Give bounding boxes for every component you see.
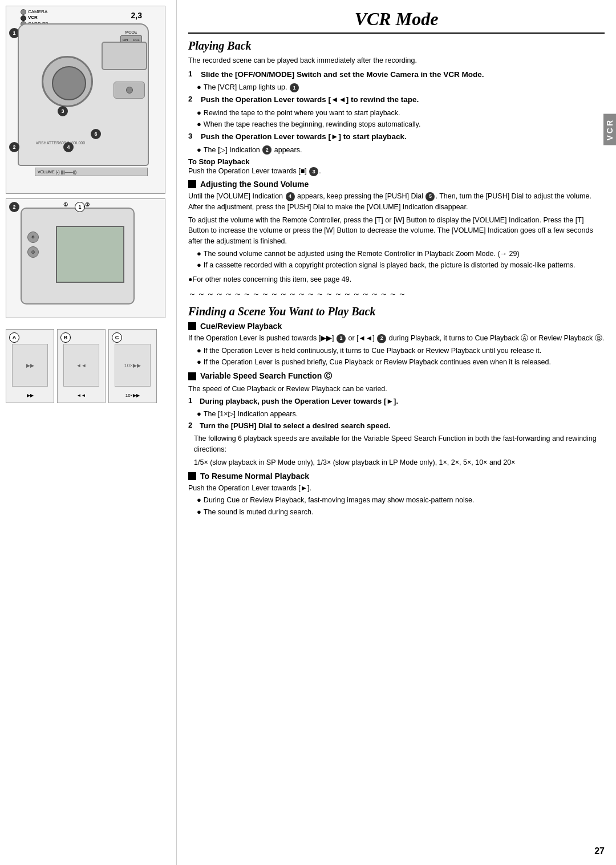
step-2-num: 2 [188,95,200,103]
step-2: 2 Push the Operation Lever towards [◄◄] … [188,95,605,105]
camera-diagram-top: CAMERA VCR CARD.PB 1 MODE ONOFF [6,6,165,194]
black-square-4 [188,472,196,480]
camera-body: MODE ONOFF #RSHATTER609.0 YOL000 [18,23,149,166]
adjusting-bullet-text-2: If a cassette recorded with a copyright … [204,261,576,271]
step-1-bullet-1: ● The [VCR] Lamp lights up. 1 [197,83,605,93]
adjusting-bullet-2: ● If a cassette recorded with a copyrigh… [197,261,605,271]
right-panel: VCR VCR Mode Playing Back The recorded s… [177,0,616,865]
camera-lens [42,56,93,107]
page-divider [188,33,605,34]
label-A: A [9,332,19,343]
label-C: C [112,332,122,343]
label-12: ,② [83,202,90,208]
camera-viewfinder [102,42,147,70]
left-panel: CAMERA VCR CARD.PB 1 MODE ONOFF [0,0,177,865]
variable-speed-intro: The speed of Cue Playback or Review Play… [188,384,605,395]
black-square-1 [188,180,196,188]
adjusting-bullet-text-1: The sound volume cannot be adjusted usin… [204,249,520,259]
cue-bullet-2: ● If the Operation Lever is pushed brief… [197,358,605,368]
cue-review-title: Cue/Review Playback [188,322,605,331]
label-23: 2,3 [131,11,142,20]
operation-lever [114,82,145,99]
vcr-tab: VCR [603,114,616,145]
step-2-bullet-text-2: When the tape reaches the beginning, rew… [204,120,421,130]
playing-back-intro: The recorded scene can be played back im… [188,56,605,66]
label-1b: ① [63,202,68,208]
adjusting-sound-title: Adjusting the Sound Volume [188,180,605,189]
step-1-content: Slide the [OFF/ON/MODE] Switch and set t… [201,70,484,80]
note-text: ●For other notes concerning this item, s… [188,275,605,283]
label-circle-6: 6 [91,129,101,139]
finding-title: Finding a Scene You Want to Play Back [188,305,605,318]
adjusting-text-2: To adjust the volume with the Remote Con… [188,215,605,247]
variable-step-1-bullet: ● The [1×▷] Indication appears. [197,409,605,420]
step-2-bullet-2: ● When the tape reaches the beginning, r… [197,120,605,130]
step-3-bullet-text: The [▷] Indication 2 appears. [204,145,302,156]
black-square-3 [188,372,196,380]
black-square-2 [188,322,196,330]
cue-bullet-text-2: If the Operation Lever is pushed briefly… [204,358,551,368]
step-1-bullet-text: The [VCR] Lamp lights up. 1 [204,83,299,93]
step-3-bullet-1: ● The [▷] Indication 2 appears. [197,145,605,156]
scene-a: A ▶▶ ▶▶ [6,329,54,403]
cue-bullet-1: ● If the Operation Lever is held continu… [197,346,605,356]
cue-review-text: If the Operation Lever is pushed towards… [188,333,605,344]
variable-speed-title: Variable Speed Search Function Ⓒ [188,371,605,381]
step-3: 3 Push the Operation Lever towards [►] t… [188,132,605,143]
step-2-bullet-text-1: Rewind the tape to the point where you w… [204,108,400,119]
cue-bullet-text-1: If the Operation Lever is held continuou… [204,346,541,356]
step-2-content: Push the Operation Lever towards [◄◄] to… [201,95,419,105]
variable-step-2: 2 Turn the [PUSH] Dial to select a desir… [188,421,605,431]
camera-lcd [56,226,124,283]
camera-front-body: ⊕ ◎ [21,208,135,304]
playing-back-title: Playing Back [188,39,605,52]
camera-serial: #RSHATTER609.0 YOL000 [36,141,85,145]
variable-step-1: 1 During playback, push the Operation Le… [188,396,605,407]
step-1: 1 Slide the [OFF/ON/MODE] Switch and set… [188,70,605,80]
label-B: B [60,332,71,343]
resume-title: To Resume Normal Playback [188,472,605,481]
camera-controls-left: ⊕ ◎ [27,232,39,258]
adjusting-bullet-1: ● The sound volume cannot be adjusted us… [197,249,605,259]
speed-values: 1/5× (slow playback in SP Mode only), 1/… [194,457,605,468]
camera-lens-inner [52,66,86,100]
to-stop-text: Push the Operation Lever towards [■] 3. [188,167,605,176]
scene-b: B ◄◄ ◄◄ [57,329,106,403]
page-title: VCR Mode [188,9,605,30]
wave-divider: ～～～～～～～～～～～～～～～～～～～～～～～～ [188,289,605,299]
camera-diagram-front: ⊕ ◎ 2 1 ,② ① [6,198,165,318]
label-circle-3: 3 [58,106,68,116]
label-circle-2b: 2 [9,202,19,212]
resume-bullet-text-1: During Cue or Review Playback, fast-movi… [204,496,475,506]
scene-c-screen: 10×▶▶ [115,344,151,387]
scene-a-screen: ▶▶ [12,344,48,387]
scene-diagrams: A ▶▶ ▶▶ B ◄◄ ◄◄ C 10×▶▶ 10×▶▶ [6,329,171,403]
resume-bullet-2: ● The sound is muted during search. [197,507,605,518]
adjusting-text-1: Until the [VOLUME] Indication 4 appears,… [188,191,605,213]
page-number: 27 [594,846,605,856]
resume-bullet-text-2: The sound is muted during search. [204,507,313,518]
step-3-num: 3 [188,132,200,140]
step-3-content: Push the Operation Lever towards [►] to … [201,132,407,143]
speed-text: The following 6 playback speeds are avai… [194,433,605,455]
volume-bar: VOLUME (-) ||||——(|) [35,168,148,176]
step-2-bullet-1: ● Rewind the tape to the point where you… [197,108,605,119]
scene-b-screen: ◄◄ [63,344,99,387]
resume-bullet-1: ● During Cue or Review Playback, fast-mo… [197,496,605,506]
step-1-num: 1 [188,70,200,78]
resume-text: Push the Operation Lever towards [►]. [188,483,605,494]
to-stop-title: To Stop Playback [188,157,605,166]
label-circle-2: 2 [9,142,19,152]
label-circle-4: 4 [63,142,74,152]
variable-step-1-bullet-text: The [1×▷] Indication appears. [204,409,298,420]
scene-c: C 10×▶▶ 10×▶▶ [108,329,157,403]
